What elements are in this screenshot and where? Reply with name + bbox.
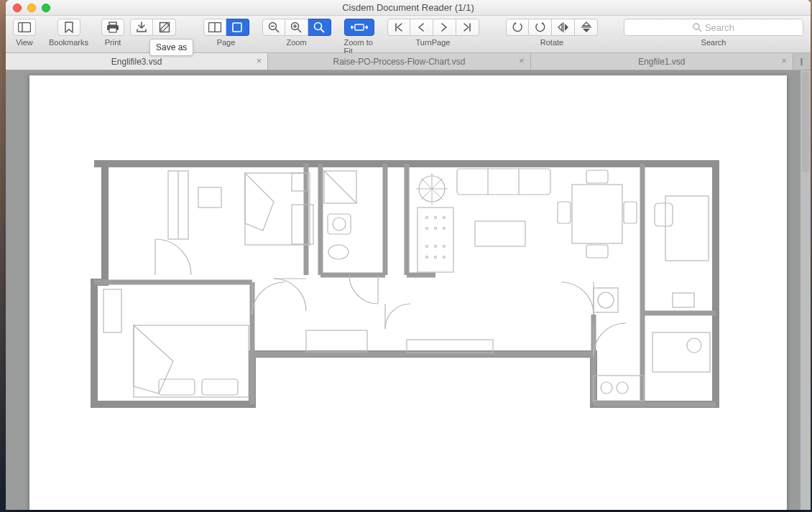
svg-point-62 <box>426 256 428 259</box>
next-icon <box>440 22 448 32</box>
maximize-icon[interactable] <box>42 4 50 12</box>
svg-rect-41 <box>198 187 221 208</box>
svg-line-11 <box>275 29 279 33</box>
page-single-button[interactable] <box>226 19 249 36</box>
edit-button[interactable] <box>153 19 176 36</box>
close-tab-icon[interactable]: × <box>257 56 262 65</box>
svg-rect-74 <box>665 196 709 261</box>
toolbar: View Bookmarks Print <box>6 16 811 53</box>
svg-point-45 <box>333 218 346 231</box>
svg-rect-71 <box>586 245 608 258</box>
flip-h-icon <box>558 22 569 33</box>
svg-rect-86 <box>202 379 238 395</box>
svg-rect-52 <box>417 208 453 272</box>
svg-point-57 <box>435 228 437 230</box>
download-icon <box>136 22 147 33</box>
tab-label: Englifile3.vsd <box>111 57 162 67</box>
flip-v-button[interactable] <box>575 19 598 36</box>
search-placeholder: Search <box>705 22 734 33</box>
fit-icon <box>351 22 368 32</box>
page-two-up-button[interactable] <box>203 19 226 36</box>
turnpage-group: TurnPage <box>387 19 479 47</box>
save-as-tooltip: Save as <box>149 39 193 56</box>
tab-englifile3[interactable]: Englifile3.vsd × <box>6 53 268 70</box>
search-input[interactable]: Search <box>624 19 803 36</box>
search-group: Search Search <box>624 19 803 47</box>
svg-rect-65 <box>457 169 550 195</box>
zoom-actual-button[interactable] <box>308 19 331 36</box>
first-page-button[interactable] <box>387 19 410 36</box>
rotate-right-icon <box>535 22 546 33</box>
svg-point-83 <box>617 382 628 394</box>
vertical-scrollbar[interactable] <box>801 70 811 510</box>
scrollbar-thumb[interactable] <box>802 72 809 172</box>
tab-label: Raise-PO-Process-Flow-Chart.vsd <box>333 57 465 67</box>
zoom-out-icon <box>268 22 280 33</box>
document-viewport[interactable] <box>6 70 811 510</box>
svg-point-56 <box>426 228 428 230</box>
zoom-out-button[interactable] <box>262 19 285 36</box>
bookmarks-group: Bookmarks <box>49 19 88 47</box>
next-page-button[interactable] <box>433 19 456 36</box>
print-button[interactable] <box>101 19 124 36</box>
tab-label: Engfile1.vsd <box>638 57 685 67</box>
zoom-to-fit-button[interactable] <box>344 19 374 36</box>
svg-point-63 <box>435 256 437 259</box>
window-title: Cisdem Document Reader (1/1) <box>6 2 811 13</box>
svg-rect-21 <box>801 58 803 65</box>
bookmark-icon <box>65 22 73 33</box>
svg-rect-79 <box>652 332 710 372</box>
view-label: View <box>16 38 33 47</box>
svg-point-80 <box>687 338 701 353</box>
first-icon <box>394 22 404 32</box>
svg-rect-88 <box>306 330 367 352</box>
print-label: Print <box>105 38 121 47</box>
prev-icon <box>417 22 425 32</box>
tabbar: Englifile3.vsd × Raise-PO-Process-Flow-C… <box>6 53 811 70</box>
titlebar: Cisdem Document Reader (1/1) <box>6 0 811 16</box>
prev-page-button[interactable] <box>410 19 433 36</box>
svg-line-17 <box>321 29 325 33</box>
close-tab-icon[interactable]: × <box>781 56 787 65</box>
svg-rect-70 <box>586 170 608 183</box>
two-page-icon <box>208 22 221 32</box>
rotate-left-button[interactable] <box>506 19 529 36</box>
flip-h-button[interactable] <box>552 19 575 36</box>
svg-point-46 <box>328 245 349 259</box>
svg-point-78 <box>598 292 614 308</box>
svg-point-82 <box>601 382 612 394</box>
svg-rect-8 <box>233 23 241 32</box>
zoom-group: Zoom <box>262 19 331 47</box>
view-button[interactable] <box>13 19 36 36</box>
svg-point-16 <box>315 23 322 30</box>
svg-point-59 <box>426 246 428 248</box>
single-page-icon <box>232 22 242 32</box>
tab-engfile1[interactable]: Engfile1.vsd × <box>531 53 793 70</box>
window-controls <box>13 4 50 12</box>
svg-rect-0 <box>19 23 31 32</box>
close-tab-icon[interactable]: × <box>519 56 525 65</box>
zoom-label: Zoom <box>286 38 306 47</box>
tab-raise-po[interactable]: Raise-PO-Process-Flow-Chart.vsd × <box>268 53 530 70</box>
zoom-in-button[interactable] <box>285 19 308 36</box>
rotate-group: Rotate <box>506 19 598 47</box>
last-page-button[interactable] <box>456 19 479 36</box>
save-button[interactable] <box>130 19 153 36</box>
svg-point-64 <box>443 256 446 259</box>
svg-rect-77 <box>594 288 618 312</box>
svg-rect-87 <box>103 289 121 332</box>
search-label: Search <box>701 38 726 47</box>
rotate-right-button[interactable] <box>529 19 552 36</box>
close-icon[interactable] <box>13 4 22 12</box>
new-tab-button[interactable] <box>793 53 811 70</box>
rotate-left-icon <box>512 22 523 33</box>
edit-icon <box>159 22 170 33</box>
page-group: Page <box>203 19 249 47</box>
svg-point-19 <box>693 24 699 29</box>
print-group: Print <box>101 19 124 47</box>
bookmarks-button[interactable] <box>57 19 80 36</box>
overflow-icon <box>800 57 803 67</box>
flip-v-icon <box>581 22 592 33</box>
svg-rect-44 <box>328 214 351 234</box>
minimize-icon[interactable] <box>27 4 36 12</box>
